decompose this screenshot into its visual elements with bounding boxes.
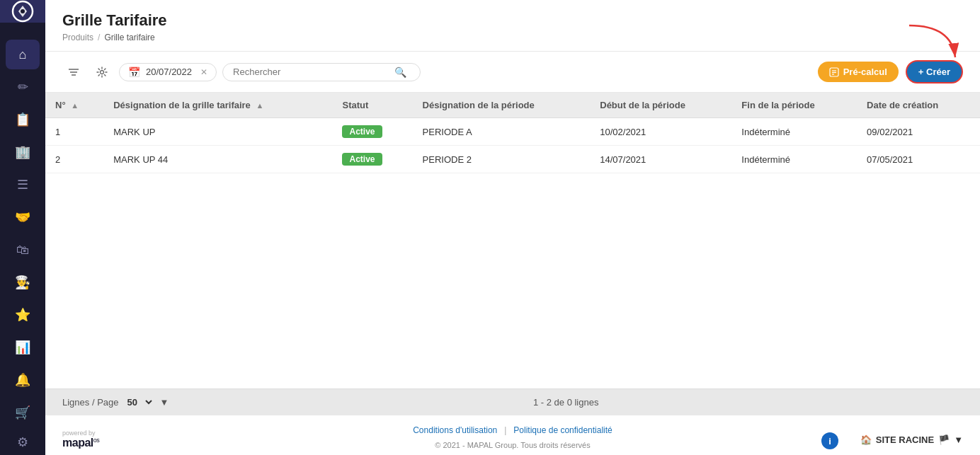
precalcul-icon <box>829 67 839 77</box>
cell-statut: Active <box>332 118 412 146</box>
cell-creation: 07/05/2021 <box>857 146 980 173</box>
toolbar: 📅 20/07/2022 ✕ 🔍 Pré-calcul + Créer <box>45 52 980 93</box>
precalcul-label: Pré-calcul <box>843 67 887 77</box>
sidebar-item-bell[interactable]: 🔔 <box>6 365 40 395</box>
app-logo[interactable] <box>0 0 45 23</box>
powered-by-label: powered by <box>62 430 99 437</box>
date-value: 20/07/2022 <box>146 67 192 77</box>
page-header: Grille Tarifaire Produits / Grille tarif… <box>45 0 980 52</box>
sidebar-item-star[interactable]: ⭐ <box>6 300 40 330</box>
col-fin: Fin de la période <box>731 93 857 118</box>
page-title: Grille Tarifaire <box>62 11 963 30</box>
cell-designation: MARK UP 44 <box>103 146 332 173</box>
svg-point-1 <box>21 9 25 13</box>
sidebar-item-report[interactable]: 📊 <box>6 333 40 362</box>
cell-num: 2 <box>45 146 103 173</box>
data-table: N° ▲ Désignation de la grille tarifaire … <box>45 93 980 173</box>
per-page-select[interactable]: 50 25 100 <box>125 396 154 408</box>
table-container: N° ▲ Désignation de la grille tarifaire … <box>45 93 980 388</box>
lines-per-page: Lignes / Page 50 25 100 ▼ <box>62 396 169 408</box>
mapal-logo: powered by mapalos <box>62 430 99 449</box>
cell-debut: 14/07/2021 <box>590 146 731 173</box>
cell-designation: MARK UP <box>103 118 332 146</box>
pagination-info: 1 - 2 de 0 lignes <box>169 397 963 408</box>
filter-icon <box>68 67 79 78</box>
sidebar-bottom: ⚙ <box>6 427 40 455</box>
lines-label: Lignes / Page <box>62 397 119 408</box>
politique-link[interactable]: Politique de confidentialité <box>513 425 612 435</box>
breadcrumb-separator: / <box>98 33 100 42</box>
table-body: 1 MARK UP Active PERIODE A 10/02/2021 In… <box>45 118 980 173</box>
cell-debut: 10/02/2021 <box>590 118 731 146</box>
sidebar-item-edit[interactable]: ✏ <box>6 72 40 102</box>
col-statut: Statut <box>332 93 412 118</box>
chevron-down-icon: ▼ <box>160 397 169 408</box>
cell-periode: PERIODE 2 <box>413 146 591 173</box>
toolbar-left: 📅 20/07/2022 ✕ 🔍 <box>62 61 811 83</box>
search-input[interactable] <box>233 67 389 77</box>
breadcrumb-parent[interactable]: Produits <box>62 33 93 42</box>
col-periode: Désignation de la période <box>413 93 591 118</box>
sidebar-item-building[interactable]: 🏢 <box>6 137 40 167</box>
table-row[interactable]: 1 MARK UP Active PERIODE A 10/02/2021 In… <box>45 118 980 146</box>
sidebar-item-settings[interactable]: ⚙ <box>6 427 40 455</box>
date-clear-button[interactable]: ✕ <box>200 67 207 77</box>
table-header: N° ▲ Désignation de la grille tarifaire … <box>45 93 980 118</box>
date-filter[interactable]: 📅 20/07/2022 ✕ <box>119 63 217 81</box>
info-button[interactable]: i <box>821 432 838 449</box>
cell-statut: Active <box>332 146 412 173</box>
mapal-powered-text: powered by mapalos <box>62 430 99 449</box>
col-designation[interactable]: Désignation de la grille tarifaire ▲ <box>103 93 332 118</box>
status-badge: Active <box>342 125 382 138</box>
settings-button[interactable] <box>91 61 113 83</box>
cell-num: 1 <box>45 118 103 146</box>
sidebar-item-bag[interactable]: 🛍 <box>6 235 40 265</box>
conditions-link[interactable]: Conditions d'utilisation <box>413 425 497 435</box>
breadcrumb-current: Grille tarifaire <box>104 33 154 42</box>
flag-icon: 🏴 <box>938 434 950 445</box>
sidebar-item-clipboard[interactable]: 📋 <box>6 105 40 134</box>
main-content: Grille Tarifaire Produits / Grille tarif… <box>45 0 980 455</box>
status-badge: Active <box>342 153 382 166</box>
footer: Lignes / Page 50 25 100 ▼ 1 - 2 de 0 lig… <box>45 388 980 455</box>
sidebar-nav: ⌂ ✏ 📋 🏢 ☰ 🤝 🛍 👨‍🍳 ⭐ 📊 🔔 🛒 <box>0 40 45 427</box>
sidebar: 😎 ⌂ ✏ 📋 🏢 ☰ 🤝 🛍 👨‍🍳 ⭐ 📊 🔔 🛒 ⚙ <box>0 0 45 455</box>
sidebar-item-handshake[interactable]: 🤝 <box>6 202 40 232</box>
footer-copyright: © 2021 - MAPAL Group. Tous droits réserv… <box>435 441 590 452</box>
sidebar-item-list[interactable]: ☰ <box>6 170 40 200</box>
footer-bottom: powered by mapalos Conditions d'utilisat… <box>45 415 980 455</box>
red-arrow-annotation <box>888 18 973 75</box>
sidebar-item-home[interactable]: ⌂ <box>6 40 40 69</box>
chevron-down-icon[interactable]: ▼ <box>954 434 963 445</box>
cell-fin: Indéterminé <box>731 146 857 173</box>
footer-pagination: Lignes / Page 50 25 100 ▼ 1 - 2 de 0 lig… <box>45 389 980 415</box>
footer-site[interactable]: 🏠 SITE RACINE 🏴 ▼ <box>860 434 963 445</box>
sidebar-item-chef[interactable]: 👨‍🍳 <box>6 267 40 297</box>
gear-icon <box>96 67 108 78</box>
col-num[interactable]: N° ▲ <box>45 93 103 118</box>
precalcul-button[interactable]: Pré-calcul <box>818 62 899 82</box>
site-name: SITE RACINE <box>876 434 934 445</box>
search-box: 🔍 <box>222 63 421 81</box>
col-debut: Début de la période <box>590 93 731 118</box>
calendar-icon: 📅 <box>128 67 140 78</box>
mapal-brand: mapalos <box>62 437 99 449</box>
breadcrumb: Produits / Grille tarifaire <box>62 33 963 42</box>
col-creation: Date de création <box>857 93 980 118</box>
cell-creation: 09/02/2021 <box>857 118 980 146</box>
table-row[interactable]: 2 MARK UP 44 Active PERIODE 2 14/07/2021… <box>45 146 980 173</box>
home-icon: 🏠 <box>860 434 872 445</box>
svg-point-5 <box>101 70 104 74</box>
footer-links: Conditions d'utilisation | Politique de … <box>396 420 629 441</box>
filter-button[interactable] <box>62 61 85 83</box>
cell-periode: PERIODE A <box>413 118 591 146</box>
cell-fin: Indéterminé <box>731 118 857 146</box>
search-icon[interactable]: 🔍 <box>394 67 406 78</box>
sidebar-item-cart[interactable]: 🛒 <box>6 398 40 427</box>
